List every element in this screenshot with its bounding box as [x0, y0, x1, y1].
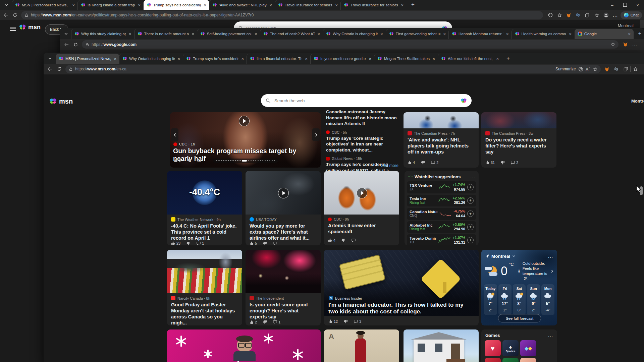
w1-tab-0[interactable]: MSN | Personalized News, Top Hea× — [12, 0, 78, 10]
tab-close-icon[interactable]: × — [177, 57, 180, 61]
copilot-icon[interactable] — [578, 67, 583, 72]
w3-tab-6[interactable]: After our kids left the nest, we sol× — [438, 54, 502, 64]
favorites-bar-icon[interactable] — [592, 10, 601, 20]
add-to-watchlist-button[interactable]: + — [467, 184, 474, 190]
comment-icon[interactable] — [352, 238, 356, 242]
news-card-water-filter[interactable]: The Canadian Press · 3w Do you really ne… — [481, 112, 556, 168]
thumbs-up-icon[interactable] — [250, 241, 254, 245]
comment-icon[interactable] — [354, 319, 358, 323]
w2-tab-6[interactable]: Hannah Montana returns: Why Di× — [449, 29, 512, 39]
w1-tab-5[interactable]: Travel insurance for seniors is not× — [341, 0, 407, 10]
w2-tab-5[interactable]: First game-ending robot umpire c× — [386, 29, 449, 39]
metamask-extension-icon[interactable] — [564, 10, 573, 20]
headline-item-title[interactable]: Canadian astronaut Jeremy Hansen lifts o… — [326, 109, 398, 127]
watchlist-row-tesla[interactable]: Tesla IncRising fast +2.56%381.26 + — [407, 195, 476, 207]
article-image[interactable] — [404, 329, 479, 362]
thumbs-down-icon[interactable] — [501, 161, 505, 165]
hero-image[interactable]: CBC · 1h Gun buyback program misses targ… — [170, 112, 321, 168]
favorite-star-icon[interactable] — [611, 42, 615, 47]
thumbs-up-icon[interactable] — [408, 161, 412, 165]
comment-icon[interactable] — [273, 320, 277, 324]
thumbs-up-icon[interactable] — [485, 161, 489, 165]
hero-news-card[interactable]: CBC · 1h Gun buyback program misses targ… — [170, 112, 321, 168]
news-card-claude-code[interactable]: dDigit · 1w Claude Code gets auto mode: … — [167, 329, 321, 362]
tab-close-icon[interactable]: × — [255, 32, 257, 36]
hero-source[interactable]: CBC · 1h — [173, 142, 195, 146]
watchlist-row-alphabet[interactable]: Alphabet IncRising fast +2.80%294.90 + — [407, 221, 476, 233]
more-options-icon[interactable]: … — [548, 332, 553, 338]
thumbs-down-icon[interactable] — [421, 161, 425, 165]
close-button[interactable]: × — [631, 3, 644, 8]
w2-tab-3[interactable]: The end of cash? What ATMs tell u× — [260, 29, 323, 39]
news-card-hockey[interactable]: The Canadian Press · 7h 'Alive and awake… — [404, 112, 479, 168]
tab-close-icon[interactable]: × — [317, 32, 320, 36]
article-title[interactable]: Do you really need a water filter? Here'… — [485, 137, 552, 155]
tab-close-icon[interactable]: × — [335, 3, 338, 7]
w3-new-tab-button[interactable]: + — [504, 54, 513, 63]
refresh-button[interactable] — [71, 40, 80, 49]
forecast-day[interactable]: Mon5°-4° — [541, 284, 554, 315]
tab-close-icon[interactable]: × — [204, 3, 206, 7]
w3-tab-4[interactable]: Is your credit score good enough?× — [311, 54, 374, 64]
hamburger-menu-icon[interactable] — [10, 27, 16, 32]
add-to-watchlist-button[interactable]: + — [467, 197, 474, 204]
watchlist-row-td[interactable]: Toronto-Dominion Ba...TD +1.07%131.31 + — [407, 234, 476, 245]
tab-close-icon[interactable]: × — [129, 32, 131, 36]
more-options-icon[interactable]: … — [548, 253, 553, 259]
article-image[interactable] — [324, 171, 399, 215]
read-aloud-icon[interactable]: A⌃ — [586, 67, 591, 72]
see-more-link[interactable]: See more — [381, 163, 398, 168]
news-card-credit-score[interactable]: The Independent Is your credit score goo… — [246, 250, 321, 325]
add-to-watchlist-button[interactable]: + — [467, 237, 474, 243]
news-card-airline[interactable]: USA TODAY Would you pay more for extra s… — [246, 171, 321, 245]
play-icon[interactable] — [278, 188, 289, 198]
back-button[interactable] — [45, 64, 55, 74]
settings-menu-icon[interactable]: … — [610, 10, 620, 20]
news-card-artemis-crew[interactable]: CBC · 8h Artemis II crew enter spacecraf… — [324, 171, 399, 245]
w1-tab-2-active[interactable]: Trump says he's considering pullin× — [144, 0, 209, 10]
chat-button[interactable]: Chat — [621, 11, 642, 19]
article-title[interactable]: Artemis II crew enter spacecraft — [328, 223, 395, 235]
forecast-day[interactable]: Today7°2° — [484, 284, 497, 315]
headline-source[interactable]: Global News · 15h — [332, 157, 362, 161]
article-image[interactable]: BIBusiness Insider I'm a financial educa… — [324, 250, 479, 316]
w1-tab-3[interactable]: 'Alive and awake': NHL players tal× — [209, 0, 275, 10]
more-options-icon[interactable]: … — [470, 174, 475, 180]
comment-icon[interactable] — [197, 241, 201, 245]
w2-address-bar[interactable]: https://www.google.com — [82, 40, 619, 49]
metamask-extension-icon[interactable] — [602, 64, 611, 74]
article-title[interactable]: Is your credit score good enough? Here's… — [250, 302, 317, 320]
article-image[interactable] — [167, 329, 321, 362]
w1-tab-1[interactable]: Is Kharg Island a death trap for US× — [78, 0, 144, 10]
w1-new-tab-button[interactable]: + — [409, 0, 417, 9]
favorite-star-icon[interactable] — [555, 10, 564, 20]
article-image[interactable] — [246, 171, 321, 215]
watchlist-row-cnq[interactable]: Canadian Natural Res...CNQ -4.75%64.64 + — [407, 208, 476, 220]
w2-new-tab-button[interactable]: + — [636, 29, 644, 38]
w3-tab-5[interactable]: Megan Thee Stallion takes 2 Broad× — [374, 54, 438, 64]
game-tile-card-table[interactable]: ♥ — [502, 358, 519, 362]
refresh-button[interactable] — [10, 10, 19, 20]
article-image[interactable]: A E — [324, 329, 399, 362]
thumbs-up-icon[interactable] — [328, 319, 332, 323]
chevron-down-icon[interactable] — [512, 254, 516, 258]
profile-avatar[interactable] — [601, 10, 610, 20]
game-tile-solitaire[interactable]: A♦ — [485, 358, 501, 362]
comment-icon[interactable] — [511, 161, 515, 165]
w1-tab-search-button[interactable] — [2, 1, 11, 9]
tab-close-icon[interactable]: × — [114, 57, 116, 61]
news-card-empty-nest[interactable]: BIBusiness Insider · 1w After our kids l… — [404, 329, 479, 362]
w1-msn-logo[interactable]: msn — [19, 23, 41, 31]
hero-carousel-dots[interactable] — [213, 159, 278, 163]
add-to-watchlist-button[interactable]: + — [467, 224, 474, 230]
tab-close-icon[interactable]: × — [369, 57, 371, 61]
tab-close-icon[interactable]: × — [401, 3, 404, 7]
article-image[interactable] — [404, 112, 479, 128]
thumbs-up-icon[interactable] — [171, 241, 175, 245]
thumbs-up-icon[interactable] — [328, 238, 332, 242]
metamask-extension-icon[interactable] — [621, 40, 630, 49]
collections-icon[interactable] — [621, 64, 630, 74]
collections-icon[interactable] — [583, 10, 592, 20]
news-card-cold-record[interactable]: -40.4°C The Weather Network · 9h -40.4 C… — [167, 171, 242, 245]
search-input[interactable] — [274, 98, 458, 104]
